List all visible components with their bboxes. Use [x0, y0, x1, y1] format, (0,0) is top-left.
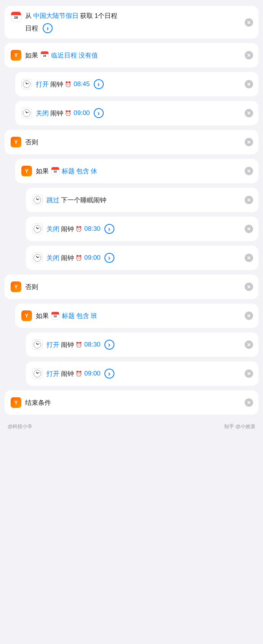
alarm-clock-icon: ⏰ [65, 81, 71, 87]
text-else: 否则 [25, 283, 38, 291]
text-close: 关闭 [36, 109, 49, 118]
text-alarm: 闹钟 [61, 254, 74, 262]
text-if: 如果 [36, 312, 49, 320]
shortcuts-icon [11, 397, 21, 408]
close-button[interactable] [245, 283, 253, 291]
shortcuts-icon [11, 50, 21, 61]
text-title[interactable]: 标题 [62, 167, 75, 176]
shortcuts-icon [11, 281, 21, 292]
text-contains[interactable]: 包含 [76, 167, 89, 176]
text-open: 打开 [47, 369, 59, 378]
inline-calendar-icon: 28 [51, 312, 59, 320]
expand-arrow[interactable] [43, 23, 53, 33]
text-time[interactable]: 08:45 [74, 80, 90, 88]
text-alarm: 闹钟 [61, 340, 74, 349]
text-close: 关闭 [47, 254, 59, 262]
clock-icon [32, 339, 43, 350]
card-content: 关闭 闹钟 ⏰ 09:00 [36, 108, 252, 118]
text-alarm: 闹钟 [50, 80, 63, 89]
expand-arrow[interactable] [94, 79, 104, 89]
close-button[interactable] [245, 138, 253, 146]
text-nearby-schedule[interactable]: 临近日程 [51, 51, 77, 60]
text-rest-char[interactable]: 休 [91, 167, 97, 176]
text-time[interactable]: 08:30 [84, 225, 101, 233]
clock-icon [32, 224, 43, 234]
card-content: 打开 闹钟 ⏰ 09:00 [47, 369, 252, 379]
text-alarm: 闹钟 [61, 369, 74, 378]
close-button[interactable] [245, 225, 253, 233]
card-end-condition: 结束条件 [5, 390, 258, 415]
close-button[interactable] [245, 369, 253, 378]
text-contains[interactable]: 包含 [76, 312, 89, 320]
text-get: 获取 [80, 11, 93, 20]
text-alarm: 闹钟 [61, 225, 74, 233]
card-content: 关闭 闹钟 ⏰ 09:00 [47, 253, 252, 263]
clock-icon [32, 252, 43, 263]
alarm-clock-icon: ⏰ [75, 255, 82, 261]
text-title[interactable]: 标题 [62, 312, 75, 320]
card-if-nearby: 如果 28 临近日程 没有值 [5, 43, 258, 67]
close-button[interactable] [245, 80, 253, 88]
text-alarm: 闹钟 [50, 109, 63, 118]
card-open-alarm-0830: 打开 闹钟 ⏰ 08:30 [26, 332, 258, 357]
alarm-clock-icon: ⏰ [65, 110, 71, 116]
watermark: @科技小辛 知乎 @小效派 [5, 419, 258, 430]
card-content: 结束条件 [25, 398, 252, 407]
text-time[interactable]: 09:00 [84, 254, 101, 262]
clock-icon [21, 108, 32, 118]
card-content: 从 中国大陆节假日 获取 1个日程 日程 [25, 11, 252, 33]
expand-arrow[interactable] [104, 340, 114, 350]
text-calendar-source[interactable]: 中国大陆节假日 [33, 11, 79, 20]
card-content: 否则 [25, 138, 252, 147]
card-content: 否则 [25, 283, 252, 291]
expand-arrow[interactable] [104, 369, 114, 379]
card-if-title-work: 如果 28 标题 包含 班 [15, 304, 258, 328]
calendar-icon: 28 [11, 11, 21, 22]
close-button[interactable] [245, 51, 253, 59]
inline-calendar-icon: 28 [51, 167, 59, 175]
close-button[interactable] [245, 196, 253, 204]
text-time[interactable]: 08:30 [84, 341, 101, 348]
expand-arrow[interactable] [94, 108, 104, 118]
card-close-alarm-0900-2: 关闭 闹钟 ⏰ 09:00 [26, 246, 258, 270]
shortcuts-icon [11, 137, 21, 147]
card-fetch-schedule: 28 从 中国大陆节假日 获取 1个日程 日程 [5, 6, 258, 38]
expand-arrow[interactable] [104, 224, 114, 234]
text-if: 如果 [36, 167, 49, 176]
close-button[interactable] [245, 18, 253, 27]
card-if-title-rest: 如果 28 标题 包含 休 [15, 159, 258, 183]
card-open-alarm-0900: 打开 闹钟 ⏰ 09:00 [26, 361, 258, 386]
text-if: 如果 [25, 51, 38, 60]
shortcuts-icon [21, 166, 32, 176]
text-no-value[interactable]: 没有值 [79, 51, 98, 60]
watermark-right: 知乎 @小效派 [224, 423, 255, 430]
text-count: 1个日程 [95, 11, 117, 20]
card-content: 跳过 下一个睡眠闹钟 [47, 196, 252, 205]
text-from: 从 [25, 11, 32, 20]
card-skip-sleep-alarm: 跳过 下一个睡眠闹钟 [26, 188, 258, 212]
text-else: 否则 [25, 138, 38, 147]
card-open-alarm-0845: 打开 闹钟 ⏰ 08:45 [15, 72, 258, 96]
text-work-char[interactable]: 班 [91, 312, 97, 320]
clock-icon [32, 368, 43, 379]
expand-arrow[interactable] [104, 253, 114, 263]
close-button[interactable] [245, 109, 253, 117]
card-content: 打开 闹钟 ⏰ 08:30 [47, 340, 252, 350]
card-content: 如果 28 临近日程 没有值 [25, 51, 252, 60]
card-content: 关闭 闹钟 ⏰ 08:30 [47, 224, 252, 234]
close-button[interactable] [245, 312, 253, 320]
close-button[interactable] [245, 167, 253, 175]
card-content: 如果 28 标题 包含 休 [36, 167, 252, 176]
close-button[interactable] [245, 398, 253, 407]
text-open: 打开 [36, 80, 49, 89]
watermark-left: @科技小辛 [8, 423, 32, 430]
text-end-condition: 结束条件 [25, 398, 51, 407]
alarm-clock-icon: ⏰ [75, 226, 82, 232]
text-open: 打开 [47, 340, 59, 349]
close-button[interactable] [245, 254, 253, 262]
alarm-clock-icon: ⏰ [75, 371, 82, 377]
text-time[interactable]: 09:00 [84, 370, 101, 377]
close-button[interactable] [245, 340, 253, 349]
text-time[interactable]: 09:00 [74, 109, 90, 117]
card-content: 打开 闹钟 ⏰ 08:45 [36, 79, 252, 89]
